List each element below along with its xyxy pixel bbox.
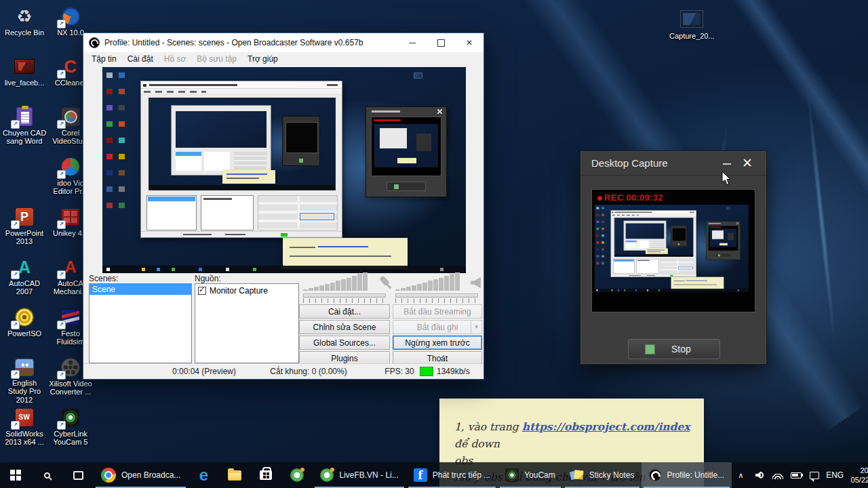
desktop-icon-label: AutoCAD 2007	[2, 279, 47, 296]
taskbar-app-chrome-obs-page[interactable]: Open Broadca...	[94, 462, 188, 488]
close-button[interactable]	[455, 33, 484, 52]
menu-scene-collection[interactable]: Bộ sưu tập	[191, 53, 242, 66]
nx-icon	[58, 5, 83, 27]
speaker-slider-ticks	[395, 298, 478, 303]
wifi-icon	[772, 472, 784, 479]
mic-volume-slider[interactable]	[302, 292, 390, 303]
sources-list[interactable]: Monitor Capture	[195, 283, 299, 363]
desktop-icon-recycle-bin[interactable]: Recycle Bin	[1, 3, 47, 53]
mini-nested-sticky-note	[222, 170, 275, 184]
mini-buttons-panel	[660, 259, 694, 274]
mini-buttons-panel	[258, 195, 338, 230]
tray-volume[interactable]	[750, 462, 768, 488]
battery-icon	[791, 472, 802, 479]
mini-stop-button	[715, 253, 732, 257]
search-button[interactable]	[31, 462, 62, 488]
stop-preview-button[interactable]: Ngừng xem trước	[393, 336, 482, 350]
minimize-button[interactable]	[717, 157, 736, 169]
minimize-button[interactable]	[398, 33, 427, 52]
mini-nested-capture-window	[671, 225, 687, 246]
tray-battery[interactable]	[787, 462, 805, 488]
edge-icon	[196, 468, 211, 483]
start-recording-button[interactable]: Bắt đầu ghi	[393, 320, 482, 334]
taskbar-app-coccoc[interactable]	[281, 462, 313, 488]
taskbar: Open Broadca... LiveFB.VN - Li... Phát t…	[0, 462, 868, 488]
mini-desktop-icons	[105, 71, 130, 234]
autocad-mechanical-icon	[58, 256, 83, 278]
desktop-icon-capture-file[interactable]: Capture_20...	[661, 5, 722, 40]
festo-fluidsim-icon	[58, 306, 83, 328]
global-sources-button[interactable]: Global Sources...	[299, 336, 390, 350]
english-study-icon	[12, 357, 37, 378]
mini-obs-titlebar	[141, 81, 342, 89]
desktop-icon-cyberlink-youcam[interactable]: CyberLink YouCam 5	[47, 404, 94, 454]
scene-item[interactable]: Scene	[90, 284, 191, 295]
taskbar-app-sticky-notes[interactable]: Sticky Notes	[563, 462, 642, 488]
start-streaming-button[interactable]: Bắt đầu Streaming	[393, 304, 482, 319]
taskbar-app-store[interactable]	[250, 462, 281, 488]
stop-recording-button[interactable]: Stop	[628, 339, 720, 359]
taskbar-app-facebook-live[interactable]: Phát trực tiếp ...	[406, 462, 498, 488]
taskbar-app-edge[interactable]	[188, 462, 219, 488]
dropdown-arrow-icon[interactable]	[471, 321, 481, 333]
youcam-icon	[505, 468, 519, 482]
sources-label: Nguồn:	[195, 274, 221, 283]
tray-chevron-up-icon[interactable]	[732, 462, 750, 488]
desktop-icon-label: Xilisoft Video Converter ...	[48, 380, 93, 396]
menu-help[interactable]: Trợ giúp	[242, 53, 283, 66]
task-view-icon	[73, 471, 83, 480]
youcam-icon	[58, 407, 83, 428]
capture-preview-content	[595, 205, 749, 293]
fps-indicator: FPS: 30	[372, 367, 427, 376]
video-file-icon	[12, 56, 37, 77]
desktop-icon-chuyen-cad[interactable]: Chuyen CAD sang Word	[1, 103, 47, 153]
desktop-icon-solidworks[interactable]: SolidWorks 2013 x64 ...	[1, 404, 47, 454]
taskbar-app-file-explorer[interactable]	[219, 462, 250, 488]
source-item-monitor-capture[interactable]: Monitor Capture	[195, 284, 298, 298]
tray-network[interactable]	[768, 462, 787, 488]
settings-button[interactable]: Cài đặt...	[299, 304, 390, 319]
edit-scene-button[interactable]: Chỉnh sửa Scene	[299, 320, 390, 334]
speaker-volume-slider[interactable]	[394, 292, 482, 303]
sticky-notes-icon	[570, 468, 584, 482]
taskbar-app-label: Phát trực tiếp ...	[433, 470, 490, 480]
clipboard-icon	[12, 106, 37, 127]
preview-time: 0:00:04 (Preview)	[150, 367, 258, 376]
start-button[interactable]	[0, 462, 31, 488]
unikey-icon	[58, 206, 83, 228]
obs-statusbar: 0:00:04 (Preview) Cắt khung: 0 (0.00%) F…	[83, 363, 484, 379]
menu-settings[interactable]: Cài đặt	[122, 53, 159, 66]
desktop-icon-autocad[interactable]: AutoCAD 2007	[1, 253, 47, 304]
close-icon[interactable]	[736, 155, 758, 171]
capture-window-title: Desktop Capture	[591, 157, 668, 169]
scenes-list[interactable]: Scene	[89, 283, 192, 363]
mini-capture-window	[366, 106, 447, 197]
speaker-slider-track[interactable]	[395, 293, 478, 298]
taskbar-app-label: LiveFB.VN - Li...	[339, 470, 398, 480]
obs-download-link[interactable]: https://obsproject.com/index	[522, 420, 690, 433]
desktop-icon-powerpoint[interactable]: PowerPoint 2013	[1, 203, 47, 253]
tray-language[interactable]: ENG	[823, 462, 846, 488]
menu-profile[interactable]: Hồ sơ	[159, 53, 192, 66]
desktop-icon-live-faceb[interactable]: live_faceb...	[1, 53, 47, 103]
desktop-icon-english-study[interactable]: English Study Pro 2012	[1, 354, 47, 404]
desktop-icon-poweriso[interactable]: PowerISO	[1, 304, 47, 354]
autocad-icon	[12, 256, 37, 278]
capture-titlebar[interactable]: Desktop Capture	[580, 151, 766, 176]
tray-action-center[interactable]	[805, 462, 823, 488]
obs-titlebar[interactable]: Profile: Untitled - Scenes: scenes - Ope…	[83, 33, 484, 52]
ccleaner-icon	[58, 56, 83, 77]
system-tray: ENG 20:17 05/22/2016	[732, 462, 868, 488]
tray-clock[interactable]: 20:17 05/22/2016	[846, 466, 868, 485]
bitrate-value: 1349kb/s	[437, 367, 483, 376]
taskbar-app-youcam[interactable]: YouCam	[498, 462, 563, 488]
source-checkbox[interactable]	[198, 287, 206, 295]
speaker-icon	[471, 277, 481, 288]
task-view-button[interactable]	[62, 462, 94, 488]
mic-slider-track[interactable]	[303, 293, 386, 298]
maximize-button[interactable]	[427, 33, 455, 52]
menu-file[interactable]: Tập tin	[86, 53, 122, 66]
taskbar-app-livefb[interactable]: LiveFB.VN - Li...	[313, 462, 406, 488]
taskbar-app-obs[interactable]: Profile: Untitle...	[642, 462, 732, 488]
obs-window-title: Profile: Untitled - Scenes: scenes - Ope…	[104, 38, 363, 47]
